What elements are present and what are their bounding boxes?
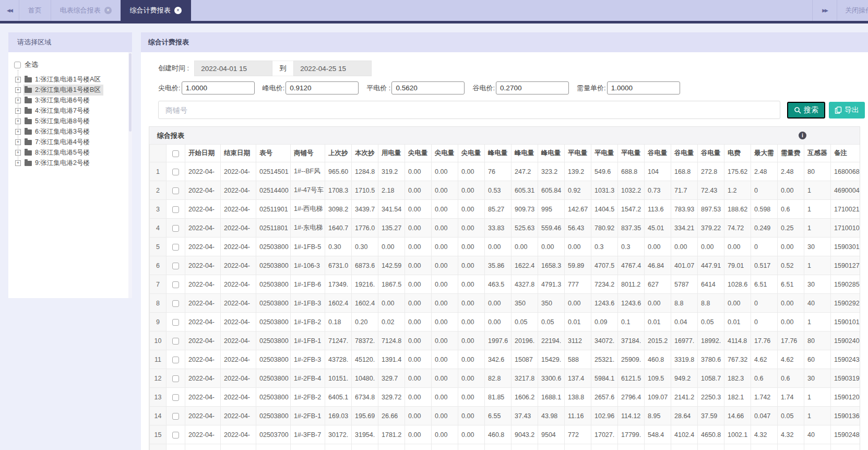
select-all-rows-checkbox[interactable] [172, 150, 179, 157]
column-header[interactable]: 电费 [724, 145, 751, 162]
tab[interactable]: 综合计费报表 × [121, 0, 191, 21]
tree-item[interactable]: + 7:张江集电港4号楼 [15, 137, 132, 147]
expand-icon[interactable]: + [15, 108, 21, 114]
close-operations-button[interactable]: 关闭操作 [837, 0, 868, 21]
expand-icon[interactable]: + [15, 129, 21, 135]
tab[interactable]: 电表综合报表 × [51, 0, 121, 21]
scroll-tabs-right-icon[interactable]: ▶▶ [812, 0, 837, 21]
column-header[interactable]: 最大需 [751, 145, 778, 162]
date-to-input[interactable] [293, 61, 372, 76]
expand-icon[interactable]: + [15, 119, 21, 124]
row-checkbox[interactable] [172, 263, 179, 269]
tree-item[interactable]: + 3:张江集电港6号楼 [15, 95, 132, 105]
row-checkbox[interactable] [172, 338, 179, 345]
row-checkbox[interactable] [172, 244, 179, 251]
column-header[interactable]: 备注 [831, 145, 860, 162]
data-cell: 17349. [325, 275, 352, 294]
column-header[interactable]: 平电量 [565, 145, 591, 162]
expand-icon[interactable]: + [15, 98, 21, 103]
column-header[interactable]: 互感器 [804, 145, 831, 162]
row-checkbox[interactable] [172, 432, 179, 439]
column-header[interactable]: 需量费 [778, 145, 804, 162]
tree-item-row[interactable]: 1:张江集电港1号楼A区 [23, 74, 103, 85]
column-header[interactable]: 谷电量 [671, 145, 698, 162]
info-icon[interactable]: i [799, 132, 806, 139]
tree-item-row[interactable]: 6:张江集电港3号楼 [23, 126, 92, 137]
column-header[interactable]: 结束日期 [221, 145, 256, 162]
search-button[interactable]: 搜索 [787, 102, 825, 119]
expand-icon[interactable]: + [15, 150, 21, 156]
column-header[interactable]: 谷电量 [645, 145, 671, 162]
row-checkbox[interactable] [172, 169, 179, 175]
tab[interactable]: 首页 [19, 0, 51, 21]
row-checkbox[interactable] [172, 281, 179, 288]
column-header[interactable]: 峰电量 [538, 145, 565, 162]
data-cell: 0.6 [778, 200, 804, 219]
date-from-input[interactable] [194, 61, 272, 76]
row-checkbox[interactable] [172, 300, 179, 307]
export-button[interactable]: 导出 [829, 102, 865, 119]
price-input[interactable] [607, 81, 680, 94]
tree-item[interactable]: + 8:张江集电港5号楼 [15, 147, 132, 158]
price-input[interactable] [391, 81, 465, 94]
row-checkbox-cell [167, 200, 185, 219]
row-checkbox[interactable] [172, 394, 179, 401]
data-cell: 2022-04- [221, 181, 256, 200]
folder-icon [25, 119, 32, 124]
data-cell: 319.2 [378, 162, 405, 181]
expand-icon[interactable]: + [15, 139, 21, 145]
row-checkbox[interactable] [172, 206, 179, 213]
expand-icon[interactable]: + [15, 77, 21, 82]
column-header[interactable]: 尖电量 [432, 145, 458, 162]
scroll-tabs-left-icon[interactable]: ◀◀ [0, 0, 19, 21]
row-checkbox[interactable] [172, 357, 179, 363]
tab-close-icon[interactable]: × [174, 7, 182, 14]
column-header[interactable]: 峰电量 [485, 145, 512, 162]
column-header[interactable]: 峰电量 [512, 145, 538, 162]
sidebar-scrollbar-thumb[interactable] [129, 53, 132, 132]
column-header[interactable]: 尖电量 [458, 145, 485, 162]
tree-item-row[interactable]: 4:张江集电港7号楼 [23, 105, 92, 116]
row-checkbox[interactable] [172, 187, 179, 194]
tree-item[interactable]: + 1:张江集电港1号楼A区 [15, 74, 132, 85]
tab-close-icon[interactable]: × [104, 7, 112, 14]
tree-item-row[interactable]: 2:张江集电港1号楼B区 [23, 85, 103, 96]
data-cell: 169.03 [325, 407, 352, 425]
price-input[interactable] [496, 81, 569, 94]
tree-item[interactable]: + 5:张江集电港8号楼 [15, 116, 132, 126]
column-header[interactable]: 尖电量 [405, 145, 432, 162]
column-header[interactable]: 本次抄 [352, 145, 378, 162]
column-header[interactable]: 谷电量 [698, 145, 724, 162]
select-all-checkbox[interactable] [14, 62, 21, 68]
data-cell: 334.21 [671, 219, 698, 238]
column-header[interactable]: 平电量 [591, 145, 618, 162]
row-checkbox[interactable] [172, 319, 179, 326]
sidebar-scrollbar[interactable] [128, 52, 132, 298]
tree-item[interactable]: + 6:张江集电港3号楼 [15, 126, 132, 137]
tree-item-row[interactable]: 3:张江集电港6号楼 [23, 95, 92, 106]
column-header[interactable]: 表号 [256, 145, 291, 162]
tree-item-row[interactable]: 8:张江集电港5号楼 [23, 147, 92, 158]
tree-item[interactable]: + 2:张江集电港1号楼B区 [15, 85, 132, 95]
expand-icon[interactable]: + [15, 160, 21, 166]
tree-item-row[interactable]: 9:张江集电港2号楼 [23, 158, 92, 169]
price-input[interactable] [286, 81, 359, 94]
tree-item-row[interactable]: 5:张江集电港8号楼 [23, 116, 92, 127]
row-checkbox[interactable] [172, 375, 179, 382]
row-checkbox[interactable] [172, 413, 179, 420]
row-checkbox-cell [167, 162, 185, 181]
tree-item[interactable]: + 4:张江集电港7号楼 [15, 105, 132, 116]
expand-icon[interactable]: + [15, 87, 21, 93]
tree-item[interactable]: + 9:张江集电港2号楼 [15, 158, 132, 168]
column-header[interactable]: 商铺号 [291, 145, 325, 162]
data-cell: 2022-04- [185, 200, 221, 219]
column-header[interactable]: 开始日期 [185, 145, 221, 162]
price-input[interactable] [182, 81, 255, 94]
data-cell: 0.00 [458, 350, 485, 369]
shop-number-input[interactable] [158, 101, 780, 119]
column-header[interactable]: 用电量 [378, 145, 405, 162]
column-header[interactable]: 平电量 [618, 145, 645, 162]
column-header[interactable]: 上次抄 [325, 145, 352, 162]
row-checkbox[interactable] [172, 225, 179, 232]
tree-item-row[interactable]: 7:张江集电港4号楼 [23, 137, 92, 148]
